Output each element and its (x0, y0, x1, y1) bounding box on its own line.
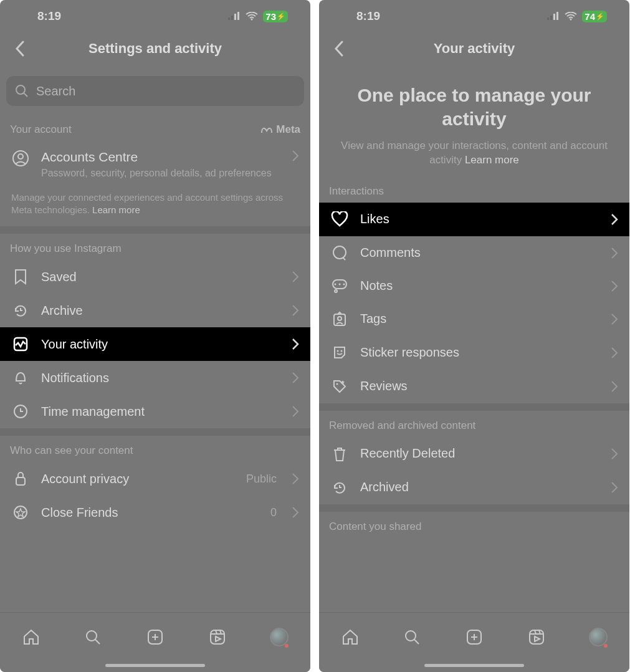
recently-deleted-row[interactable]: Recently Deleted (319, 437, 629, 471)
tab-profile[interactable] (586, 625, 611, 650)
tab-home[interactable] (19, 625, 44, 650)
archived-row[interactable]: Archived (319, 471, 629, 504)
chevron-right-icon (611, 313, 618, 325)
tags-row[interactable]: Tags (319, 302, 629, 336)
svg-point-27 (333, 246, 346, 259)
accounts-centre-subtitle: Password, security, personal details, ad… (41, 167, 280, 180)
tab-reels[interactable] (205, 625, 230, 650)
history-icon (330, 479, 349, 496)
comment-icon (330, 245, 349, 261)
meta-note: Manage your connected experiences and ac… (0, 189, 310, 227)
header: Settings and activity (0, 32, 310, 65)
learn-more-link[interactable]: Learn more (92, 204, 140, 215)
time-management-row[interactable]: Time management (0, 395, 310, 428)
section-how-you-use: How you use Instagram (0, 234, 310, 260)
archive-row[interactable]: Archive (0, 294, 310, 327)
section-interactions: Interactions (319, 176, 629, 203)
svg-point-8 (18, 154, 23, 159)
tab-profile[interactable] (267, 625, 292, 650)
back-button[interactable] (7, 32, 32, 65)
wifi-icon (246, 12, 258, 21)
tab-bar (319, 612, 629, 672)
accounts-centre-row[interactable]: Accounts Centre Password, security, pers… (0, 141, 310, 189)
meta-logo: Meta (260, 123, 300, 136)
likes-row[interactable]: Likes (319, 203, 629, 236)
learn-more-link[interactable]: Learn more (465, 154, 519, 166)
notes-row[interactable]: Notes (319, 270, 629, 302)
svg-rect-11 (16, 478, 25, 485)
heart-icon (330, 211, 349, 228)
chevron-right-icon (292, 338, 299, 350)
clock: 8:19 (356, 9, 380, 23)
lock-icon (11, 471, 30, 487)
section-content-shared: Content you shared (319, 512, 629, 538)
activity-icon (11, 336, 30, 352)
tab-create[interactable] (462, 625, 487, 650)
svg-point-32 (335, 290, 337, 292)
your-activity-row[interactable]: Your activity (0, 327, 310, 361)
sticker-responses-row[interactable]: Sticker responses (319, 336, 629, 370)
page-title: Settings and activity (88, 41, 222, 57)
chevron-right-icon (611, 247, 618, 259)
your-activity-screen: 8:19 74⚡ Your activity One place to mana… (319, 0, 629, 672)
svg-point-38 (406, 631, 416, 641)
battery-indicator: 73⚡ (263, 11, 288, 22)
person-tag-icon (330, 311, 349, 327)
trash-icon (330, 446, 349, 462)
saved-row[interactable]: Saved (0, 260, 310, 294)
account-privacy-row[interactable]: Account privacy Public (0, 462, 310, 496)
home-indicator (105, 664, 205, 667)
tab-bar (0, 612, 310, 672)
section-removed: Removed and archived content (319, 411, 629, 437)
tab-create[interactable] (143, 625, 168, 650)
svg-rect-24 (553, 14, 555, 20)
bookmark-icon (11, 269, 30, 285)
divider (0, 428, 310, 436)
clock: 8:19 (37, 9, 61, 23)
reviews-row[interactable]: Reviews (319, 370, 629, 403)
back-button[interactable] (327, 32, 351, 65)
chevron-right-icon (292, 405, 299, 418)
svg-point-5 (16, 85, 25, 94)
svg-point-30 (339, 283, 341, 285)
bell-icon (11, 370, 30, 386)
header: Your activity (319, 32, 629, 65)
svg-point-31 (343, 283, 345, 285)
tab-reels[interactable] (524, 625, 549, 650)
history-icon (11, 302, 30, 319)
chevron-right-icon (292, 372, 299, 384)
search-input[interactable]: Search (6, 76, 304, 106)
star-circle-icon (11, 504, 30, 521)
search-placeholder: Search (36, 84, 75, 98)
tab-search[interactable] (399, 625, 424, 650)
tab-search[interactable] (80, 625, 105, 650)
svg-line-14 (95, 640, 100, 644)
tag-star-icon (330, 378, 349, 395)
search-icon (15, 84, 29, 98)
close-friends-value: 0 (270, 506, 277, 519)
svg-rect-2 (234, 14, 236, 20)
notifications-row[interactable]: Notifications (0, 361, 310, 395)
status-bar: 8:19 73⚡ (0, 0, 310, 32)
svg-line-6 (24, 93, 27, 97)
close-friends-row[interactable]: Close Friends 0 (0, 496, 310, 529)
home-indicator (424, 664, 524, 667)
svg-point-35 (337, 350, 339, 352)
svg-point-26 (570, 19, 572, 21)
signal-icon (547, 12, 560, 21)
svg-line-39 (414, 640, 419, 644)
divider (0, 226, 310, 234)
chevron-right-icon (611, 347, 618, 359)
chevron-right-icon (292, 150, 299, 162)
tab-home[interactable] (338, 625, 363, 650)
avatar (589, 628, 608, 646)
chevron-right-icon (611, 280, 618, 292)
comments-row[interactable]: Comments (319, 236, 629, 270)
privacy-value: Public (246, 473, 277, 486)
hero: One place to manage your activity View a… (319, 65, 629, 176)
status-bar: 8:19 74⚡ (319, 0, 629, 32)
person-circle-icon (11, 150, 30, 167)
signal-icon (228, 12, 241, 21)
chevron-right-icon (611, 213, 618, 226)
divider (319, 504, 629, 512)
